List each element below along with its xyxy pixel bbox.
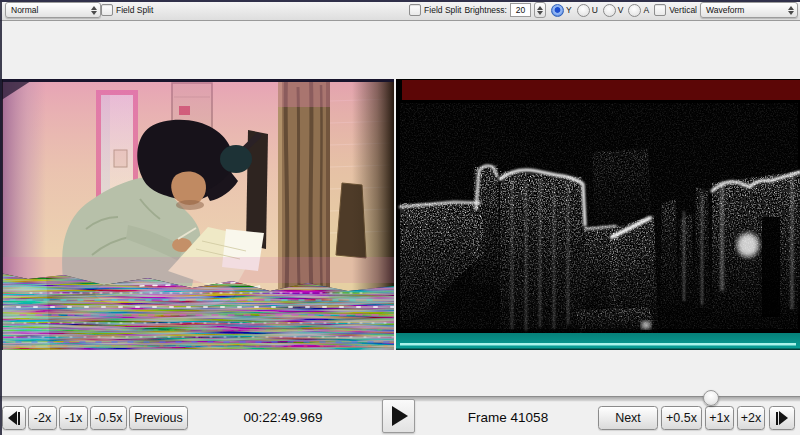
channel-u-label: U [592,5,598,15]
next-frame-button[interactable]: Next [598,406,658,430]
channel-v-radio[interactable] [603,4,616,17]
field-split-label: Field Split [116,5,153,15]
video-frame-panel[interactable] [0,79,394,350]
toolbar: Normal Field Split Field Split Brightnes… [0,0,800,21]
frame-number-display: Frame 41058 [448,410,568,425]
window-top-edge [0,0,800,2]
brightness-stepper-icon[interactable] [534,2,546,18]
channel-a: A [628,4,649,17]
view-mode-value: Normal [11,5,38,15]
channel-u: U [577,4,598,17]
field-split-checkbox[interactable] [101,4,113,16]
speed-plus1x-button[interactable]: +1x [705,406,734,430]
scope-controls: Field Split Brightness: 20 Y U V A Verti… [409,2,798,18]
channel-y-radio[interactable] [551,4,564,17]
previous-frame-button[interactable]: Previous [129,406,188,430]
vertical-label: Vertical [669,5,697,15]
scope-field-split-checkbox[interactable] [409,4,421,16]
step-forward-icon [776,411,789,425]
scope-mode-value: Waveform [706,5,744,15]
view-mode-select[interactable]: Normal [5,2,101,18]
video-frame-art [0,79,394,350]
channel-a-label: A [643,5,649,15]
speed-minus1x-button[interactable]: -1x [59,406,88,430]
channel-v: V [603,4,624,17]
channel-y: Y [551,4,572,17]
vertical-checkbox[interactable] [654,4,666,16]
waveform-scope-art [396,79,800,350]
waveform-scope-panel[interactable] [396,79,800,350]
channel-y-label: Y [566,5,572,15]
channel-v-label: V [618,5,624,15]
channel-a-radio[interactable] [628,4,641,17]
speed-plus05x-button[interactable]: +0.5x [661,406,702,430]
timecode-display: 00:22:49.969 [223,410,343,425]
scope-field-split-label: Field Split [424,5,461,15]
seek-slider-thumb[interactable] [703,390,719,406]
step-backward-icon [8,411,21,425]
brightness-label: Brightness: [464,5,507,15]
play-icon [392,406,408,426]
up-down-stepper-icon [784,6,794,15]
speed-plus2x-button[interactable]: +2x [737,406,765,430]
channel-u-radio[interactable] [577,4,590,17]
brightness-input[interactable]: 20 [510,3,531,17]
speed-minus05x-button[interactable]: -0.5x [90,406,127,430]
window-left-edge [0,0,2,435]
jump-start-button[interactable] [2,406,26,430]
up-down-stepper-icon [87,6,97,15]
play-button[interactable] [382,399,415,433]
player-window: Normal Field Split Field Split Brightnes… [0,0,800,435]
speed-minus2x-button[interactable]: -2x [28,406,57,430]
jump-end-button[interactable] [769,406,795,430]
scope-mode-select[interactable]: Waveform [700,2,798,18]
